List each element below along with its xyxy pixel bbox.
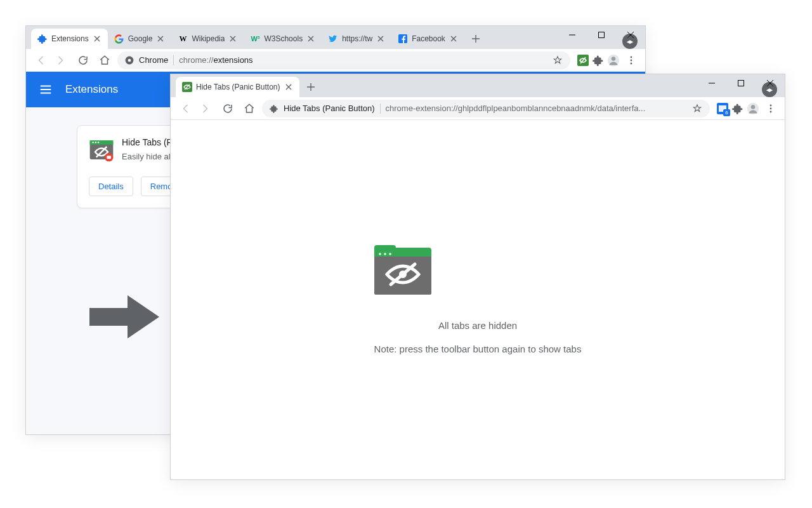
svg-point-24 (770, 107, 772, 109)
minimize-button[interactable] (697, 74, 726, 92)
address-url: chrome-extension://ghlpddflplpeanbomblan… (386, 104, 646, 113)
bookmark-star-icon[interactable] (553, 55, 563, 65)
svg-rect-16 (107, 156, 111, 159)
tab-w3schools[interactable]: W³ W3Schools (244, 29, 322, 49)
svg-point-25 (770, 110, 772, 112)
svg-point-7 (631, 56, 632, 58)
bookmark-star-icon[interactable] (692, 104, 702, 114)
toolbar-extensions (716, 100, 780, 117)
extensions-puzzle-icon[interactable] (592, 54, 605, 67)
profile-avatar-icon[interactable] (607, 54, 620, 67)
svg-rect-20 (719, 105, 726, 112)
svg-point-9 (631, 62, 632, 64)
facebook-icon (398, 34, 408, 44)
svg-point-29 (379, 253, 381, 255)
tab-title: Google (128, 34, 153, 43)
page-content: All tabs are hidden Note: press the tool… (171, 120, 785, 479)
reload-button[interactable] (219, 100, 237, 117)
home-button[interactable] (96, 51, 114, 69)
extension-card-icon (89, 137, 112, 160)
svg-point-12 (92, 142, 94, 144)
new-tab-button[interactable] (467, 30, 485, 48)
close-button[interactable] (616, 26, 645, 44)
tabstrip: Extensions Google W Wikipedia W³ W3Schoo… (31, 26, 617, 49)
back-button[interactable] (176, 100, 193, 117)
address-bar[interactable]: Hide Tabs (Panic Button) chrome-extensio… (262, 100, 710, 117)
tab-title: Hide Tabs (Panic Button) (196, 83, 280, 91)
tab-close-icon[interactable] (376, 34, 385, 43)
tab-twitter[interactable]: https://tw (322, 29, 391, 49)
tab-title: W3Schools (264, 34, 303, 43)
tab-title: Facebook (412, 34, 445, 43)
svg-point-31 (389, 253, 391, 255)
maximize-button[interactable] (587, 26, 616, 44)
tab-title: Wikipedia (192, 34, 225, 43)
home-button[interactable] (240, 100, 258, 117)
maximize-button[interactable] (726, 74, 756, 92)
hide-tabs-large-icon (374, 245, 582, 295)
new-tab-button[interactable] (302, 78, 320, 96)
hamburger-icon[interactable] (39, 83, 53, 97)
menu-button[interactable] (762, 100, 780, 117)
address-url: chrome://extensions (179, 55, 252, 65)
tab-title: https://tw (342, 34, 372, 43)
forward-button[interactable] (197, 100, 215, 117)
tab-google[interactable]: Google (108, 29, 172, 49)
window-controls (558, 26, 645, 44)
wikipedia-icon: W (178, 34, 188, 44)
close-button[interactable] (756, 74, 785, 92)
tab-close-icon[interactable] (284, 83, 293, 91)
svg-rect-18 (738, 81, 744, 86)
svg-point-14 (98, 142, 100, 144)
address-prefix: Chrome (139, 55, 168, 65)
svg-point-6 (612, 57, 616, 61)
extensions-puzzle-icon[interactable] (731, 102, 744, 115)
titlebar: Extensions Google W Wikipedia W³ W3Schoo… (26, 26, 645, 49)
tab-close-icon[interactable] (228, 34, 237, 43)
w3-icon: W³ (250, 34, 260, 44)
puzzle-icon (37, 34, 48, 44)
hide-tabs-icon (182, 82, 192, 92)
forward-button[interactable] (53, 51, 70, 69)
tab-hide-tabs[interactable]: Hide Tabs (Panic Button) (176, 77, 299, 97)
chrome-icon (125, 56, 134, 65)
page-title: Extensions (65, 83, 118, 96)
minimize-button[interactable] (558, 26, 587, 44)
tab-title: Extensions (51, 34, 89, 43)
svg-rect-28 (374, 251, 431, 257)
browser-window-hide-tabs: Hide Tabs (Panic Button) Hide Tabs (Pani… (170, 74, 785, 480)
tab-close-icon[interactable] (306, 34, 315, 43)
address-bar[interactable]: Chrome chrome://extensions (117, 51, 570, 69)
tab-close-icon[interactable] (93, 34, 102, 43)
svg-point-3 (128, 58, 131, 62)
extension-puzzle-icon (270, 104, 278, 113)
svg-point-30 (384, 253, 386, 255)
svg-point-8 (631, 59, 632, 61)
tab-close-icon[interactable] (449, 34, 458, 43)
tab-wikipedia[interactable]: W Wikipedia (171, 29, 244, 49)
hide-tabs-extension-icon[interactable] (577, 54, 589, 67)
tabstrip: Hide Tabs (Panic Button) (176, 74, 757, 97)
address-prefix: Hide Tabs (Panic Button) (284, 104, 375, 113)
details-button[interactable]: Details (89, 177, 133, 196)
svg-rect-1 (599, 32, 605, 38)
separator (380, 104, 381, 114)
twitter-icon (328, 34, 338, 44)
toolbar: Hide Tabs (Panic Button) chrome-extensio… (171, 97, 785, 120)
tab-facebook[interactable]: Facebook (391, 29, 464, 49)
svg-point-13 (95, 142, 97, 144)
back-button[interactable] (31, 51, 49, 69)
profile-avatar-icon[interactable] (747, 102, 759, 115)
tab-close-icon[interactable] (156, 34, 165, 43)
toolbar: Chrome chrome://extensions (26, 49, 645, 72)
menu-button[interactable] (622, 51, 640, 69)
google-icon (114, 34, 124, 44)
hide-tabs-extension-icon[interactable] (716, 102, 729, 115)
separator (173, 55, 174, 65)
reload-button[interactable] (74, 51, 92, 69)
tab-extensions[interactable]: Extensions (31, 29, 108, 49)
toolbar-extensions (577, 51, 640, 69)
titlebar: Hide Tabs (Panic Button) (171, 74, 785, 97)
svg-point-23 (770, 104, 772, 106)
svg-point-22 (751, 105, 756, 109)
